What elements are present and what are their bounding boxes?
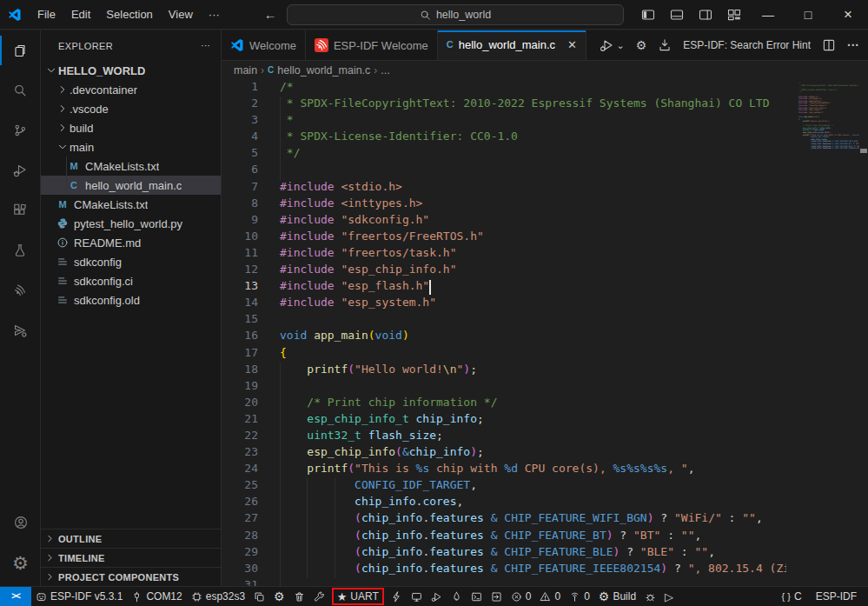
close-button[interactable]: ×: [828, 0, 868, 30]
statusbar-flash[interactable]: [447, 587, 467, 606]
sidebar-section-timeline[interactable]: TIMELINE: [41, 548, 221, 567]
activitybar-testing[interactable]: [0, 230, 41, 270]
tree-item-sdkconfig[interactable]: sdkconfig: [41, 252, 221, 271]
activitybar-extensions[interactable]: [0, 190, 41, 230]
close-tab-icon[interactable]: ✕: [567, 38, 577, 51]
octoface-icon: [36, 591, 47, 603]
statusbar-errors[interactable]: 0: [507, 587, 536, 606]
statusbar-build[interactable]: ⚙Build: [594, 587, 640, 606]
tree-item-sdkconfig-old[interactable]: sdkconfig.old: [41, 290, 221, 310]
statusbar-debug-bug[interactable]: [640, 587, 660, 606]
maximize-button[interactable]: □: [788, 0, 828, 30]
tree-item-cmakelists-txt[interactable]: MCMakeLists.txt: [41, 195, 221, 214]
statusbar-flash-uart[interactable]: ★UART: [329, 587, 387, 606]
statusbar-terminal[interactable]: [467, 587, 487, 606]
menu-overflow[interactable]: ···: [201, 4, 228, 24]
gear-icon: ⚙: [274, 590, 285, 603]
tree-item-cmakelists-txt[interactable]: MCMakeLists.txt: [41, 156, 221, 176]
statusbar-device-target[interactable]: esp32s3: [187, 587, 249, 606]
activitybar-settings[interactable]: ⚙: [0, 543, 41, 583]
run-debug-icon: [13, 163, 27, 177]
tab-esp-idf-welcome[interactable]: ESP-IDF Welcome: [306, 30, 438, 60]
run-chevron-icon[interactable]: ⌄: [617, 40, 625, 51]
statusbar-run[interactable]: ▷: [660, 587, 678, 606]
tree-item-pytest-hello-world-py[interactable]: pytest_hello_world.py: [41, 214, 221, 233]
line-text: printf("This is %s chip with %d CPU core…: [269, 462, 786, 478]
esp-idf-hint-label[interactable]: ESP-IDF: Search Error Hint: [683, 39, 811, 51]
menu-view[interactable]: View: [161, 4, 201, 24]
tree-item-readme-md[interactable]: README.md: [41, 233, 221, 252]
activitybar-espressif-idf[interactable]: [0, 270, 41, 310]
sidebar-section-project-components[interactable]: PROJECT COMPONENTS: [41, 567, 221, 586]
code-area[interactable]: 1/*2 * SPDX-FileCopyrightText: 2010-2022…: [222, 80, 786, 586]
tree-item--vscode[interactable]: .vscode: [41, 99, 221, 118]
download-tray-icon[interactable]: [658, 38, 672, 52]
code-line-3: 3 *: [222, 113, 786, 130]
line-text: [788, 150, 798, 151]
statusbar-open-idf-terminal[interactable]: [487, 587, 507, 606]
statusbar-monitor[interactable]: [407, 587, 427, 606]
statusbar-remote[interactable]: ><: [0, 587, 31, 606]
breadcrumb-item[interactable]: main: [234, 64, 257, 77]
statusbar-serial-port[interactable]: COM12: [127, 587, 186, 606]
explorer-more-icon[interactable]: ···: [201, 41, 210, 50]
nav-back-icon[interactable]: ←: [264, 8, 277, 21]
activitybar-run-debug[interactable]: [0, 150, 41, 190]
tree-item-build[interactable]: build: [41, 118, 221, 137]
line-number: 11: [222, 246, 269, 263]
gear-icon[interactable]: ⚙: [636, 39, 647, 51]
statusbar-esp-idf-extension[interactable]: ESP-IDF: [812, 587, 861, 606]
search-input[interactable]: hello_world: [287, 4, 624, 25]
breadcrumb-item[interactable]: ...: [381, 64, 389, 77]
activitybar-explorer[interactable]: [0, 30, 41, 70]
menu-file[interactable]: File: [30, 4, 63, 24]
statusbar-flash-method[interactable]: [249, 587, 269, 606]
breadcrumb-item[interactable]: hello_world_main.c: [277, 64, 370, 77]
statusbar-warnings[interactable]: 0: [535, 587, 565, 606]
statusbar-language-mode[interactable]: { }C: [778, 587, 806, 606]
activitybar-accounts[interactable]: [0, 503, 41, 543]
code-line-20: 20 /* Print chip information */: [222, 396, 786, 412]
breadcrumb[interactable]: main›Chello_world_main.c›...: [222, 61, 868, 79]
tree-item-hello-world[interactable]: HELLO_WORLD: [41, 61, 221, 80]
minimap[interactable]: /* * SPDX-FileCopyrightText: 2010-2022 E…: [786, 82, 859, 586]
run-dropdown-icon[interactable]: [600, 38, 613, 52]
tree-item--devcontainer[interactable]: .devcontainer: [41, 80, 221, 99]
menu-selection[interactable]: Selection: [98, 4, 160, 24]
statusbar-menuconfig-wrench[interactable]: [309, 587, 329, 606]
tree-item-hello-world-main-c[interactable]: Chello_world_main.c: [41, 176, 221, 195]
tree-item-main[interactable]: main: [41, 137, 221, 156]
sidebar-section-outline[interactable]: OUTLINE: [41, 529, 221, 548]
activitybar-esp-idf-explorer[interactable]: [0, 310, 41, 350]
statusbar-ports[interactable]: 0: [565, 587, 594, 606]
code-editor[interactable]: 1/*2 * SPDX-FileCopyrightText: 2010-2022…: [222, 79, 868, 586]
line-text: chip_info.cores,: [269, 495, 786, 511]
line-text: *: [269, 113, 786, 130]
statusbar-full-clean[interactable]: [289, 587, 309, 606]
line-text: void app_main(void): [788, 116, 819, 117]
activitybar-source-control[interactable]: [0, 110, 41, 150]
tab-welcome[interactable]: Welcome: [222, 30, 306, 60]
minimize-button[interactable]: —: [748, 0, 788, 30]
menu-edit[interactable]: Edit: [63, 4, 98, 24]
chev-right-icon: [41, 533, 58, 544]
line-number: 19: [222, 379, 269, 396]
layout-left-icon[interactable]: [641, 8, 655, 22]
statusbar-label: esp32s3: [206, 590, 245, 603]
source-control-icon: [13, 123, 27, 137]
layout-custom-icon[interactable]: [727, 8, 741, 22]
statusbar-sdk-config[interactable]: ⚙: [269, 587, 289, 606]
statusbar-debug[interactable]: [427, 587, 447, 606]
statusbar-flash-bolt[interactable]: [387, 587, 407, 606]
overview-ruler[interactable]: [859, 79, 868, 586]
activitybar-search[interactable]: [0, 70, 41, 110]
chev-right-icon: [56, 103, 70, 115]
layout-right-icon[interactable]: [699, 8, 712, 22]
tab-hello-world-main-c[interactable]: Chello_world_main.c✕: [438, 30, 586, 60]
layout-bottom-icon[interactable]: [670, 8, 684, 22]
layout-controls: [641, 0, 741, 30]
more-icon[interactable]: ···: [847, 39, 859, 51]
statusbar-esp-idf-version[interactable]: ESP-IDF v5.3.1: [31, 587, 127, 606]
tree-item-sdkconfig-ci[interactable]: sdkconfig.ci: [41, 271, 221, 290]
split-icon[interactable]: [822, 38, 836, 52]
